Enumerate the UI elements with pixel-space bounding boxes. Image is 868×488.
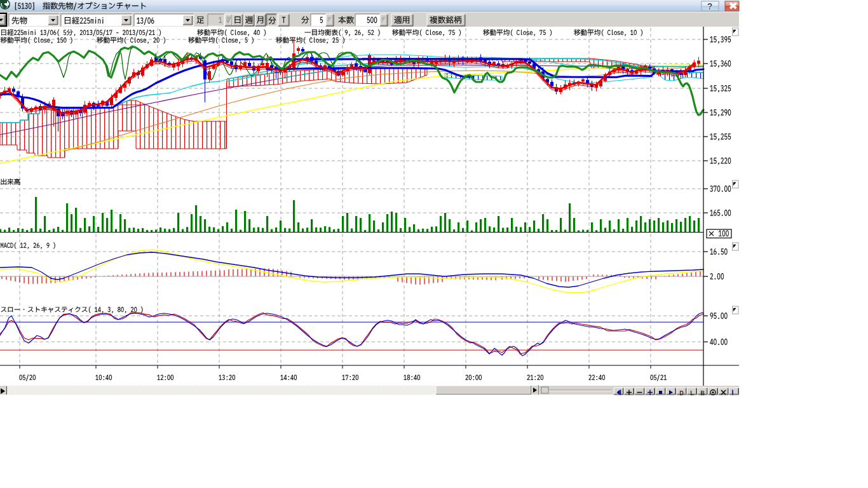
svg-text:D: D (679, 390, 684, 397)
svg-text:B: B (700, 390, 705, 397)
svg-text:?: ? (707, 1, 713, 11)
svg-text:L: L (690, 390, 695, 397)
